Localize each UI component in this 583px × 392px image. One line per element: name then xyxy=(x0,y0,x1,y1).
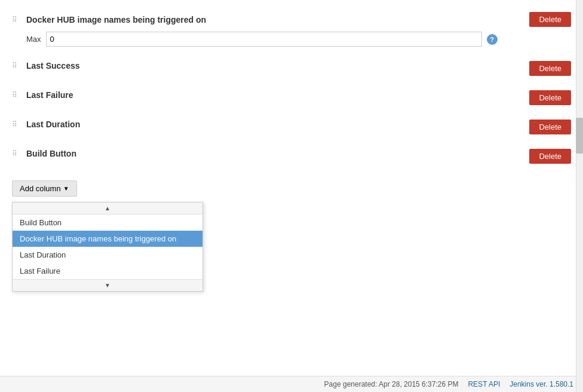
build-button-delete-button[interactable]: Delete xyxy=(529,149,571,164)
last-duration-drag-handle[interactable]: ⠿ xyxy=(12,121,22,128)
scroll-down-button[interactable]: ▼ xyxy=(13,279,202,291)
add-column-label: Add column xyxy=(20,184,61,193)
jenkins-version-link[interactable]: Jenkins ver. 1.580.1 xyxy=(510,380,573,388)
scrollbar-track xyxy=(576,0,583,392)
last-failure-delete-button[interactable]: Delete xyxy=(529,90,571,105)
last-failure-drag-handle[interactable]: ⠿ xyxy=(12,91,22,99)
docker-hub-delete-button[interactable]: Delete xyxy=(529,12,571,27)
add-column-dropdown: ▲ Build Button Docker HUB image names be… xyxy=(12,202,203,292)
last-success-title: Last Success xyxy=(26,61,80,71)
scroll-up-button[interactable]: ▲ xyxy=(13,203,202,215)
docker-hub-title-area: ⠿ Docker HUB image names being triggered… xyxy=(12,15,206,24)
scrollbar-thumb[interactable] xyxy=(576,118,583,154)
dropdown-arrow-icon: ▼ xyxy=(63,185,69,192)
last-duration-section: ⠿ Last Duration Delete xyxy=(12,112,571,142)
page-generated-text: Page generated: Apr 28, 2015 6:37:26 PM xyxy=(324,380,459,388)
rest-api-link[interactable]: REST API xyxy=(468,380,500,388)
dropdown-item-docker-hub[interactable]: Docker HUB image names being triggered o… xyxy=(13,231,202,247)
dropdown-item-last-failure[interactable]: Last Failure xyxy=(13,263,202,279)
dropdown-item-last-duration[interactable]: Last Duration xyxy=(13,247,202,263)
build-button-section: ⠿ Build Button Delete xyxy=(12,142,571,171)
build-button-title: Build Button xyxy=(26,149,76,158)
docker-hub-section: ⠿ Docker HUB image names being triggered… xyxy=(12,6,571,54)
last-failure-section: ⠿ Last Failure Delete xyxy=(12,83,571,112)
build-button-title-area: ⠿ Build Button xyxy=(12,149,76,158)
last-success-drag-handle[interactable]: ⠿ xyxy=(12,62,22,69)
last-success-delete-button[interactable]: Delete xyxy=(529,61,571,76)
help-icon[interactable]: ? xyxy=(487,34,498,45)
last-duration-title: Last Duration xyxy=(26,120,80,129)
max-label: Max xyxy=(26,35,41,44)
last-failure-title-area: ⠿ Last Failure xyxy=(12,90,73,100)
add-column-button[interactable]: Add column ▼ xyxy=(12,180,77,197)
add-column-area: Add column ▼ ▲ Build Button Docker HUB i… xyxy=(12,180,571,197)
max-input[interactable] xyxy=(46,32,482,47)
last-duration-title-area: ⠿ Last Duration xyxy=(12,120,80,129)
last-success-title-area: ⠿ Last Success xyxy=(12,61,80,71)
dropdown-item-build-button[interactable]: Build Button xyxy=(13,215,202,231)
last-success-section: ⠿ Last Success Delete xyxy=(12,54,571,83)
build-button-drag-handle[interactable]: ⠿ xyxy=(12,150,22,157)
last-failure-title: Last Failure xyxy=(26,90,73,100)
docker-hub-title: Docker HUB image names being triggered o… xyxy=(26,15,206,24)
last-duration-delete-button[interactable]: Delete xyxy=(529,120,571,134)
footer: Page generated: Apr 28, 2015 6:37:26 PM … xyxy=(0,376,583,392)
docker-hub-drag-handle[interactable]: ⠿ xyxy=(12,16,22,23)
